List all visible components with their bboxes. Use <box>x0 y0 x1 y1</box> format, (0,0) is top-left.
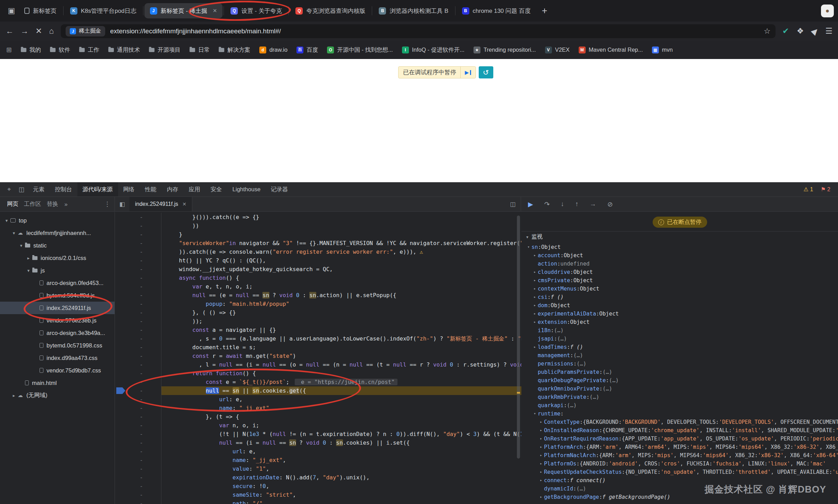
line-gutter[interactable]: - <box>115 308 161 317</box>
line-gutter[interactable]: - <box>115 334 161 343</box>
devtools-tab-元素[interactable]: 元素 <box>28 182 50 196</box>
devtools-tab-内存[interactable]: 内存 <box>162 182 184 196</box>
code-area[interactable]: - }())).catch((e => {}- ))- }- "serviceW… <box>115 212 521 504</box>
bookmark-star-icon[interactable]: ☆ <box>764 27 771 36</box>
share-icon[interactable]: ▶ <box>809 26 820 37</box>
deactivate-breakpoints-button[interactable]: ⊘ <box>607 200 613 208</box>
watch-row[interactable]: permissions: (…) <box>521 360 838 368</box>
watch-arrow-icon[interactable]: ▸ <box>532 276 538 285</box>
watch-row[interactable]: ▾runtime: <box>521 410 838 418</box>
watch-row[interactable]: ▸dom: Object <box>521 301 838 310</box>
devtools-tab-网络[interactable]: 网络 <box>118 182 140 196</box>
watch-arrow-icon[interactable]: ▸ <box>538 418 544 426</box>
line-gutter[interactable]: - <box>115 230 161 239</box>
watch-row[interactable]: ▸csi: f () <box>521 293 838 301</box>
watch-arrow-icon[interactable]: ▾ <box>526 243 531 251</box>
watch-arrow-icon[interactable]: ▸ <box>538 460 544 468</box>
browser-tab[interactable]: Bchrome 130 问题 百度 <box>456 3 536 18</box>
line-gutter[interactable]: - <box>115 213 161 221</box>
devtools-tab-源代码/来源[interactable]: 源代码/来源 <box>77 182 118 196</box>
new-tab-button[interactable]: + <box>542 6 547 16</box>
line-gutter[interactable]: - <box>115 343 161 352</box>
watch-row[interactable]: ▸experimentalAiData: Object <box>521 310 838 318</box>
watch-section-header[interactable]: ▾ 监视 <box>521 231 838 243</box>
site-permission-chip[interactable]: J 稀土掘金 <box>66 26 105 36</box>
sidebar-tab-网页[interactable]: 网页 <box>4 200 21 208</box>
line-gutter[interactable]: - <box>115 421 161 430</box>
menu-icon[interactable]: ☰ <box>825 26 832 36</box>
editor-file-tab[interactable]: index.2524911f.js ✕ <box>129 197 192 211</box>
devtools-tab-安全[interactable]: 安全 <box>206 182 227 196</box>
watch-row[interactable]: quarkDebugPagePrivate: (…) <box>521 376 838 385</box>
tree-item[interactable]: arco-design.0fed453... <box>0 277 115 289</box>
bookmark-item[interactable]: 开源项目 <box>149 46 181 54</box>
line-gutter[interactable]: - <box>115 456 161 464</box>
hide-navigator-icon[interactable]: ◧ <box>115 201 129 208</box>
watch-row[interactable]: jsapi: (…) <box>521 335 838 343</box>
stop-button[interactable]: ✕ <box>35 26 42 36</box>
watch-row[interactable]: i18n: (…) <box>521 326 838 335</box>
watch-arrow-icon[interactable]: ▸ <box>538 443 544 451</box>
line-gutter[interactable]: - <box>115 221 161 230</box>
line-gutter[interactable]: - <box>115 360 161 369</box>
watch-row[interactable]: ▸ContextType: {BACKGROUND: 'BACKGROUND',… <box>521 418 838 426</box>
line-gutter[interactable]: - <box>115 490 161 499</box>
bookmark-item[interactable]: 百百度 <box>296 46 318 54</box>
watch-row[interactable]: ▸extension: Object <box>521 318 838 326</box>
line-gutter[interactable]: - <box>115 499 161 504</box>
back-button[interactable]: ← <box>6 26 14 36</box>
step-button[interactable]: → <box>590 200 596 208</box>
bookmark-item[interactable]: 解决方案 <box>219 46 250 54</box>
tree-item[interactable]: ▾top <box>0 214 115 227</box>
line-gutter[interactable]: - <box>115 326 161 334</box>
watch-arrow-icon[interactable]: ▾ <box>532 410 538 418</box>
line-gutter[interactable]: - <box>115 369 161 378</box>
devtools-tab-控制台[interactable]: 控制台 <box>50 182 77 196</box>
bookmark-item[interactable]: 通用技术 <box>108 46 140 54</box>
watch-row[interactable]: quarkOmniboxPrivate: (…) <box>521 385 838 393</box>
watch-row[interactable]: ▸clouddrive: Object <box>521 268 838 276</box>
watch-row[interactable]: quarkRmbPrivate: (…) <box>521 393 838 401</box>
toast-resume-button[interactable]: ▶ <box>460 67 471 78</box>
line-gutter[interactable]: - <box>115 265 161 274</box>
line-gutter[interactable]: - <box>115 282 161 291</box>
bookmark-item[interactable]: ▦mvn <box>652 47 673 53</box>
watch-row[interactable]: quarkapi: (…) <box>521 401 838 410</box>
watch-row[interactable]: ▾sn : Object <box>521 243 838 251</box>
watch-row[interactable]: management: (…) <box>521 351 838 360</box>
line-gutter[interactable]: - <box>115 473 161 482</box>
watch-arrow-icon[interactable]: ▸ <box>532 268 538 276</box>
extensions-icon[interactable]: ❖ <box>797 26 804 36</box>
tree-item[interactable]: ▸ionicons/2.0.1/css <box>0 252 115 264</box>
tree-item[interactable]: main.html <box>0 377 115 389</box>
watch-row[interactable]: ▸OnRestartRequiredReason: {APP_UPDATE: '… <box>521 435 838 443</box>
bookmark-item[interactable]: 我的 <box>21 46 41 54</box>
bookmark-sidebar-icon[interactable]: ⊞ <box>6 46 12 54</box>
tree-item[interactable]: ▾js <box>0 264 115 277</box>
tree-item[interactable]: ▾☁lecdifefmmfjnjjinhaennh... <box>0 227 115 239</box>
tree-item[interactable]: index.d99aa473.css <box>0 352 115 364</box>
devtools-tab-Lighthouse[interactable]: Lighthouse <box>227 182 266 196</box>
tree-item[interactable]: index.2524911f.js <box>0 302 115 314</box>
line-gutter[interactable]: - <box>115 300 161 308</box>
line-gutter[interactable]: - <box>115 239 161 247</box>
line-gutter[interactable]: - <box>115 317 161 326</box>
avatar[interactable]: ● <box>821 5 834 17</box>
watch-row[interactable]: ▸account: Object <box>521 251 838 260</box>
line-gutter[interactable]: - <box>115 482 161 490</box>
watch-arrow-icon[interactable]: ▸ <box>532 251 538 260</box>
hide-debugger-panel-icon[interactable]: ◫ <box>505 201 521 208</box>
watch-row[interactable]: ▸PlatformArch: {ARM: 'arm', ARM64: 'arm6… <box>521 443 838 451</box>
watch-row[interactable]: ▸RequestUpdateCheckStatus: {NO_UPDATE: '… <box>521 468 838 476</box>
line-gutter[interactable]: - <box>115 438 161 447</box>
browser-tab[interactable]: KK8s管理平台pod日志 <box>65 3 142 18</box>
tree-item[interactable]: bytemd.564eff0d.js <box>0 289 115 302</box>
watch-arrow-icon[interactable]: ▸ <box>532 301 538 310</box>
browser-tab[interactable]: B浏览器内核检测工具 B <box>373 3 454 18</box>
tree-item[interactable]: vendor.576e23eb.js <box>0 314 115 327</box>
watch-arrow-icon[interactable]: ▸ <box>538 476 544 485</box>
bookmark-item[interactable]: 工作 <box>79 46 99 54</box>
line-gutter[interactable]: - <box>115 404 161 412</box>
url-input[interactable]: J 稀土掘金 extension://lecdifefmmfjnjjinhaen… <box>61 24 776 38</box>
tree-arrow-icon[interactable]: ▾ <box>25 268 32 273</box>
